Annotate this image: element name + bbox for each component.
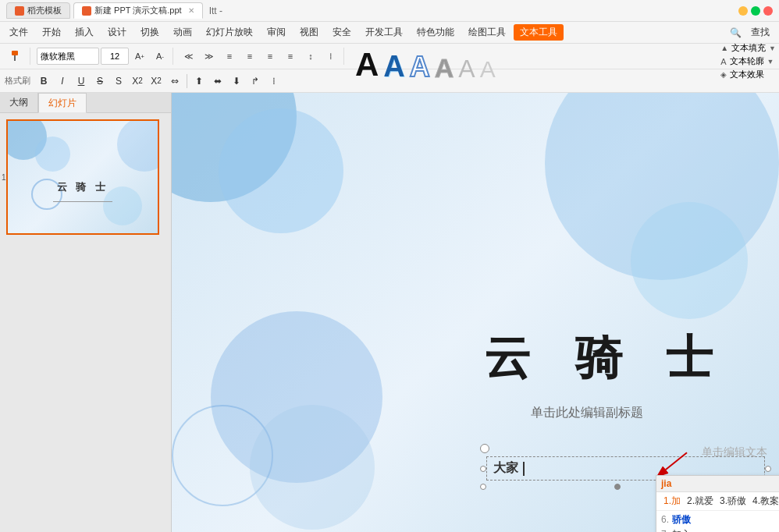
ime-candidate-1[interactable]: 1.加 xyxy=(661,495,683,508)
text-direction-btn[interactable]: ↱ xyxy=(247,73,264,90)
font-style-gray-outline[interactable]: A xyxy=(435,55,454,81)
tab-daoke[interactable]: 稻壳模板 xyxy=(6,2,70,19)
ime-candidate-4[interactable]: 4.教案 xyxy=(750,495,779,508)
minimize-btn[interactable] xyxy=(738,6,748,16)
slide-main-title[interactable]: 云 骑 士 xyxy=(484,327,779,390)
align-center-btn[interactable]: ≡ xyxy=(240,48,259,65)
triangle-icon: ▲ xyxy=(720,44,728,52)
text-content-left: 大家 xyxy=(493,460,518,477)
menu-transition[interactable]: 切换 xyxy=(134,24,165,41)
align-middle-btn[interactable]: ⬌ xyxy=(209,73,226,90)
font-style-blue-dark[interactable]: A xyxy=(383,51,404,81)
menu-file[interactable]: 文件 xyxy=(3,24,34,41)
menu-animation[interactable]: 动画 xyxy=(167,24,198,41)
right-edit-text[interactable]: 单击编辑文本 xyxy=(702,445,767,459)
strikethrough-btn[interactable]: S xyxy=(91,73,108,90)
ime-candidate-3[interactable]: 3.骄傲 xyxy=(717,495,749,508)
menu-design[interactable]: 设计 xyxy=(101,24,133,41)
menu-start[interactable]: 开始 xyxy=(36,24,67,41)
format-painter-btn[interactable] xyxy=(8,48,27,65)
slide-subtitle[interactable]: 单击此处编辑副标题 xyxy=(531,405,643,421)
indent-inc-btn[interactable]: ≫ xyxy=(200,48,219,65)
search-area: 🔍 查找 xyxy=(730,24,776,41)
ime-list-item-6[interactable]: 6.骄傲 xyxy=(661,512,779,527)
shadow-btn[interactable]: S xyxy=(110,73,127,90)
panel-tab-outline[interactable]: 大纲 xyxy=(0,93,38,112)
thumb-title: 云 骑 士 xyxy=(57,180,108,194)
font-style-black[interactable]: A xyxy=(355,48,379,81)
svg-rect-1 xyxy=(14,55,16,61)
format-group xyxy=(5,48,30,65)
handle-left-mid[interactable] xyxy=(480,466,486,472)
menu-draw[interactable]: 绘图工具 xyxy=(462,24,512,41)
window-title: Itt - xyxy=(209,5,222,16)
toolbar: A+ A- ≪ ≫ ≡ ≡ ≡ ≡ ↕ ⁞ A A A A A A ▲ 文本填 xyxy=(0,44,779,93)
slide-subtitle-text: 单击此处编辑副标题 xyxy=(531,406,643,419)
title-bar: 稻壳模板 新建 PPT 演示文稿.ppt ✕ Itt - xyxy=(0,0,779,22)
text-outline-option[interactable]: A 文本轮廓 ▼ xyxy=(720,55,776,67)
close-btn[interactable] xyxy=(763,6,773,16)
font-style-blue-outline[interactable]: A xyxy=(410,53,430,81)
slide-canvas[interactable]: 云 骑 士 单击此处编辑副标题 大家 xyxy=(172,93,779,532)
menu-dev[interactable]: 开发工具 xyxy=(359,24,409,41)
search-label[interactable]: 查找 xyxy=(745,24,776,41)
bold-btn[interactable]: B xyxy=(35,73,52,90)
bg-circle-7 xyxy=(250,405,375,530)
line-spacing-btn[interactable]: ↕ xyxy=(301,48,320,65)
font-style-lightest[interactable]: A xyxy=(480,58,496,81)
maximize-btn[interactable] xyxy=(751,6,760,16)
columns-btn[interactable]: ⁞ xyxy=(322,48,340,65)
right-edit-label: 单击编辑文本 xyxy=(702,445,767,458)
font-style-light-gray[interactable]: A xyxy=(458,56,475,81)
menu-review[interactable]: 审阅 xyxy=(261,24,292,41)
search-icon: 🔍 xyxy=(730,27,742,38)
font-name-input[interactable] xyxy=(37,48,99,65)
superscript-btn[interactable]: X2 xyxy=(129,73,146,90)
align-left-btn[interactable]: ≡ xyxy=(220,48,239,65)
ime-candidate-2[interactable]: 2.就爱 xyxy=(685,495,716,508)
handle-bottom-mid[interactable] xyxy=(614,484,621,490)
text-outline-dropdown[interactable]: ▼ xyxy=(767,58,774,66)
font-size-down-btn[interactable]: A- xyxy=(151,48,169,65)
indent-dec-btn[interactable]: ≪ xyxy=(180,48,198,65)
text-effect-icon: ◈ xyxy=(720,70,727,79)
align-right-btn[interactable]: ≡ xyxy=(261,48,279,65)
left-panel: 大纲 幻灯片 1 云 骑 士 xyxy=(0,93,172,532)
subscript-btn[interactable]: X2 xyxy=(148,73,165,90)
format-label: 格式刷 xyxy=(5,75,30,87)
handle-right-mid[interactable] xyxy=(765,466,771,472)
panel-tabs: 大纲 幻灯片 xyxy=(0,93,171,113)
char-spacing-btn[interactable]: ⇔ xyxy=(166,73,183,90)
menu-slideshow[interactable]: 幻灯片放映 xyxy=(200,24,259,41)
text-effect-option[interactable]: ◈ 文本效果 xyxy=(720,69,776,80)
toolbar-divider xyxy=(187,74,187,88)
underline-btn[interactable]: U xyxy=(73,73,90,90)
text-effect-label: 文本效果 xyxy=(730,69,764,80)
tab-ppt[interactable]: 新建 PPT 演示文稿.ppt ✕ xyxy=(73,2,203,19)
slide-thumbnail[interactable]: 云 骑 士 xyxy=(6,119,159,235)
ime-list-item-7[interactable]: 7.加入 xyxy=(661,527,779,532)
align-justify-btn[interactable]: ≡ xyxy=(281,48,300,65)
menu-security[interactable]: 安全 xyxy=(326,24,357,41)
rotation-handle[interactable] xyxy=(480,444,489,453)
toolbar-row1: A+ A- ≪ ≫ ≡ ≡ ≡ ≡ ↕ ⁞ A A A A A A ▲ 文本填 xyxy=(0,44,779,69)
menu-insert[interactable]: 插入 xyxy=(69,24,100,41)
menu-text-tool[interactable]: 文本工具 xyxy=(514,24,564,41)
align-bottom-btn[interactable]: ⬇ xyxy=(228,73,245,90)
menu-special[interactable]: 特色功能 xyxy=(411,24,461,41)
ime-candidates-row[interactable]: 1.加 2.就爱 3.骄傲 4.教案 5.+ < > ∨ xyxy=(656,492,779,511)
tab-close-btn[interactable]: ✕ xyxy=(188,6,194,15)
text-fill-dropdown[interactable]: ▼ xyxy=(769,44,776,52)
text-columns-btn[interactable]: ⁞ xyxy=(265,73,283,90)
ppt-icon xyxy=(82,6,91,16)
align-top-btn[interactable]: ⬆ xyxy=(190,73,208,90)
slide-list: 1 云 骑 士 xyxy=(0,113,171,241)
panel-tab-slides[interactable]: 幻灯片 xyxy=(38,93,87,113)
font-size-input[interactable] xyxy=(101,48,129,65)
handle-bottom-left[interactable] xyxy=(480,484,486,490)
font-size-up-btn[interactable]: A+ xyxy=(130,48,149,65)
italic-btn[interactable]: I xyxy=(54,73,71,90)
menu-view[interactable]: 视图 xyxy=(293,24,325,41)
thumb-circle3 xyxy=(117,121,158,172)
text-fill-option[interactable]: ▲ 文本填充 ▼ xyxy=(720,42,776,54)
